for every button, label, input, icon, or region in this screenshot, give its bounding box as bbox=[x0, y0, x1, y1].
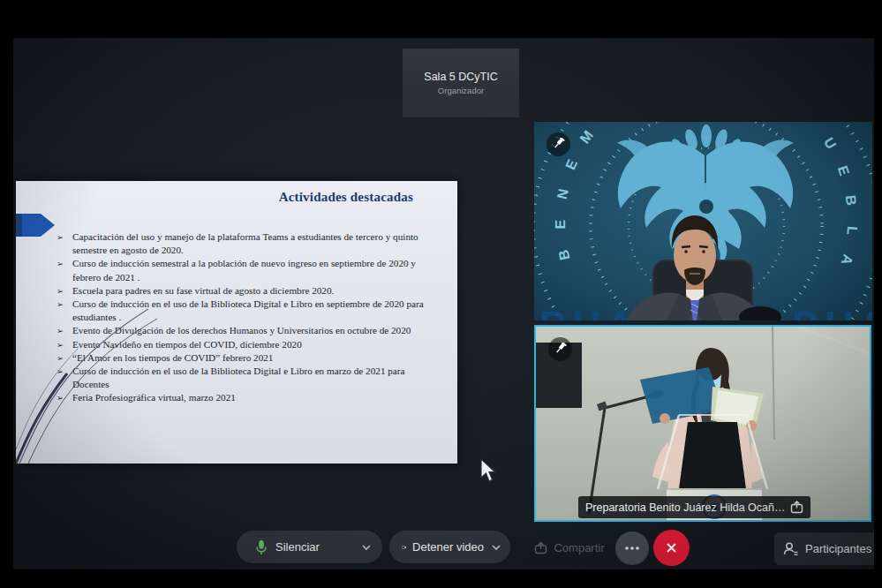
slide-decorative-curves bbox=[16, 260, 166, 464]
video-tile-speaker-1[interactable]: B E N E M P U E B L A bbox=[534, 122, 872, 320]
hang-up-button[interactable] bbox=[653, 530, 690, 566]
speaker-name: Preparatoria Benito Juárez Hilda Ocañ… bbox=[585, 501, 786, 514]
participants-button[interactable]: Participantes bbox=[774, 532, 874, 565]
share-label: Compartir bbox=[554, 541, 604, 554]
video-options-chevron[interactable] bbox=[491, 544, 501, 551]
pin-icon bbox=[554, 343, 567, 356]
video-tile-active-speaker[interactable]: Preparatoria Benito Juárez Hilda Ocañ… bbox=[534, 325, 871, 522]
share-button-disabled[interactable]: Compartir bbox=[524, 532, 615, 562]
bullet-arrow-icon: ➢ bbox=[57, 230, 64, 244]
close-icon bbox=[665, 541, 678, 554]
stop-video-button[interactable]: Detener video bbox=[389, 531, 510, 563]
chevron-down-icon bbox=[491, 544, 501, 551]
participants-label: Participantes bbox=[805, 542, 871, 555]
stop-video-label: Detener video bbox=[412, 540, 484, 554]
participant-role: Organizador bbox=[438, 86, 484, 95]
pinned-indicator-icon bbox=[790, 501, 803, 514]
camera-icon bbox=[402, 541, 406, 554]
participant-tile-organizer[interactable]: Sala 5 DCyTIC Organizador bbox=[403, 49, 519, 117]
meeting-window: Sala 5 DCyTIC Organizador Actividades de… bbox=[13, 38, 874, 569]
pin-icon bbox=[552, 138, 565, 151]
ellipsis-icon bbox=[624, 546, 640, 551]
pin-button[interactable] bbox=[548, 337, 572, 361]
participant-name: Sala 5 DCyTIC bbox=[424, 71, 497, 83]
participants-icon bbox=[783, 541, 799, 556]
more-options-button[interactable] bbox=[615, 531, 649, 565]
mute-options-chevron[interactable] bbox=[361, 544, 372, 551]
mute-label: Silenciar bbox=[275, 540, 320, 554]
mouse-cursor-icon bbox=[479, 458, 501, 483]
active-speaker-name-label: Preparatoria Benito Juárez Hilda Ocañ… bbox=[578, 496, 810, 518]
mute-button[interactable]: Silenciar bbox=[237, 531, 382, 563]
video-frame-university-seal: B E N E M P U E B L A bbox=[534, 122, 872, 320]
chevron-down-icon bbox=[361, 544, 372, 551]
shared-slide: Actividades destacadas ➢Capacitación del… bbox=[16, 181, 457, 464]
slide-title: Actividades destacadas bbox=[279, 190, 413, 205]
slide-bullet: ➢Capacitación del uso y manejo de la pla… bbox=[57, 230, 431, 257]
share-icon bbox=[534, 541, 547, 554]
pin-button[interactable] bbox=[547, 132, 570, 156]
backdrop-watermark-right: BUAP bbox=[792, 304, 872, 320]
microphone-icon bbox=[254, 539, 268, 555]
video-frame-podium bbox=[536, 327, 870, 520]
slide-arrow-shape bbox=[16, 214, 55, 237]
